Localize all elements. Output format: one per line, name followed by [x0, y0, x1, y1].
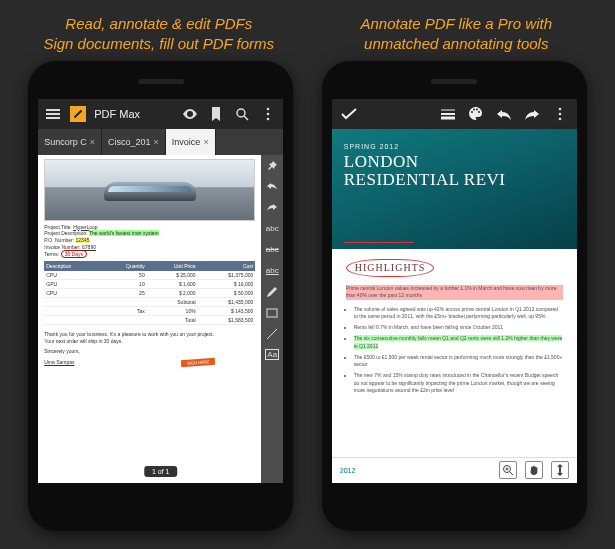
search-icon[interactable]: [233, 107, 251, 121]
document-image: [44, 159, 255, 221]
table-row: CPU50$ 25,000$1,375,000: [44, 271, 255, 280]
cover-subtitle: SPRING 2012: [344, 143, 565, 150]
svg-point-0: [237, 109, 245, 117]
underline-icon[interactable]: abc: [265, 264, 279, 278]
view-icon[interactable]: [181, 109, 199, 119]
fit-height-icon[interactable]: [551, 461, 569, 479]
bullet-item: The £500 to £1,500 per week rental secto…: [354, 354, 563, 369]
close-icon[interactable]: ×: [90, 137, 95, 147]
text-abc-icon[interactable]: abc: [265, 222, 279, 236]
caption-left: Read, annotate & edit PDFsSign documents…: [16, 14, 302, 55]
overflow-icon[interactable]: [551, 107, 569, 121]
svg-point-2: [267, 107, 270, 110]
document-cover: SPRING 2012 LONDONRESIDENTIAL REVI: [332, 129, 577, 249]
document-tabs: Suncorp C×Cisco_201×Invoice×: [38, 129, 283, 155]
footer-text: 2012: [340, 467, 356, 474]
rect-icon[interactable]: [265, 306, 279, 320]
underline-annotation: [344, 242, 414, 243]
svg-line-1: [244, 116, 248, 120]
hamburger-icon[interactable]: [44, 113, 62, 115]
app-title: PDF Max: [94, 108, 140, 120]
strike-icon[interactable]: abc: [265, 243, 279, 257]
document-content: Project Title: HyperLoop Project Descrip…: [38, 155, 261, 483]
undo-icon[interactable]: [265, 180, 279, 194]
pan-hand-icon[interactable]: [525, 461, 543, 479]
undo-icon[interactable]: [495, 108, 513, 120]
signature: Uma Sampas: [44, 359, 74, 365]
palette-icon[interactable]: [467, 106, 485, 121]
app-logo-icon: [70, 106, 86, 122]
screen-right: SPRING 2012 LONDONRESIDENTIAL REVI HIGHL…: [332, 99, 577, 483]
svg-point-12: [476, 109, 478, 111]
highlight-line: Prime central London values increased by…: [346, 285, 563, 300]
svg-line-18: [510, 472, 513, 475]
svg-point-13: [478, 111, 480, 113]
svg-rect-5: [267, 309, 277, 317]
close-icon[interactable]: ×: [203, 137, 208, 147]
invoice-table: DescriptionQuantityUnit PriceCost CPU50$…: [44, 261, 255, 325]
table-row: CPU25$ 2,000$ 50,000: [44, 289, 255, 298]
sign-stamp: SIGN HERE: [181, 358, 215, 367]
caption-right: Annotate PDF like a Pro withunmatched an…: [313, 14, 599, 55]
document-content: SPRING 2012 LONDONRESIDENTIAL REVI HIGHL…: [332, 129, 577, 483]
document-footer: 2012: [332, 457, 577, 483]
svg-point-16: [558, 117, 561, 120]
bookmark-icon[interactable]: [207, 107, 225, 121]
check-icon[interactable]: [340, 108, 358, 120]
document-tab[interactable]: Cisco_201×: [102, 129, 166, 155]
bullet-item: The six consecutive monthly falls mean Q…: [354, 335, 563, 350]
phone-left: PDF Max Suncorp C×Cisco_201×Invoice×: [28, 61, 293, 531]
document-tab[interactable]: Suncorp C×: [38, 129, 102, 155]
thickness-icon[interactable]: [439, 108, 457, 120]
zoom-in-icon[interactable]: [499, 461, 517, 479]
svg-point-15: [558, 112, 561, 115]
app-topbar: PDF Max: [38, 99, 283, 129]
svg-point-11: [473, 109, 475, 111]
close-icon[interactable]: ×: [154, 137, 159, 147]
screen-left: PDF Max Suncorp C×Cisco_201×Invoice×: [38, 99, 283, 483]
cover-title: LONDONRESIDENTIAL REVI: [344, 153, 565, 190]
thanks-text: Thank you for your business. It's a plea…: [44, 331, 255, 345]
pen-icon[interactable]: [265, 285, 279, 299]
redo-icon[interactable]: [265, 201, 279, 215]
phone-speaker: [431, 79, 477, 84]
svg-point-3: [267, 112, 270, 115]
bullet-item: The new 7% and 15% stamp duty rates intr…: [354, 372, 563, 394]
line-icon[interactable]: [265, 327, 279, 341]
phone-speaker: [138, 79, 184, 84]
bullet-item: Rents fell 0.7% in March, and have been …: [354, 324, 563, 331]
textbox-icon[interactable]: Aa: [265, 348, 279, 362]
svg-point-4: [267, 117, 270, 120]
document-tab[interactable]: Invoice×: [166, 129, 216, 155]
svg-line-6: [267, 329, 277, 339]
highlights-heading: HIGHLIGHTS: [346, 259, 435, 278]
annotate-topbar: [332, 99, 577, 129]
overflow-icon[interactable]: [259, 107, 277, 121]
pin-icon[interactable]: [265, 159, 279, 173]
annotation-toolbar: abcabcabcAa: [261, 155, 283, 483]
svg-point-10: [471, 111, 473, 113]
page-indicator[interactable]: 1 of 1: [144, 466, 178, 477]
table-row: GPU10$ 1,600$ 16,000: [44, 280, 255, 289]
svg-point-14: [558, 107, 561, 110]
phone-right: SPRING 2012 LONDONRESIDENTIAL REVI HIGHL…: [322, 61, 587, 531]
bullet-item: The volume of sales agreed was up 42% ac…: [354, 306, 563, 321]
redo-icon[interactable]: [523, 108, 541, 120]
